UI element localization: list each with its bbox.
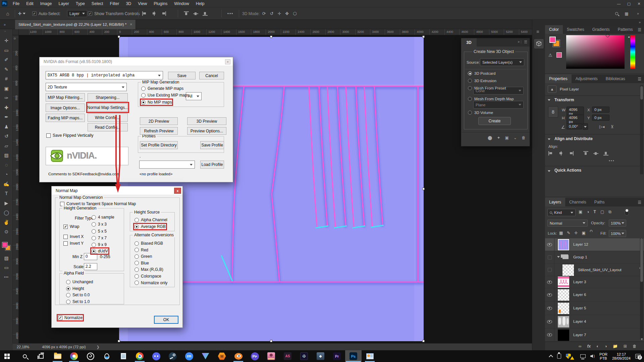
layer-visibility-eye-icon[interactable] <box>545 328 554 341</box>
anime-app-icon[interactable] <box>263 350 279 362</box>
ok-button[interactable]: OK <box>154 316 178 324</box>
tab-channels[interactable]: Channels <box>565 198 590 206</box>
rainmeter-icon[interactable] <box>99 350 115 362</box>
color-picker-ring[interactable] <box>606 34 609 37</box>
layer-name[interactable]: Layer 7 <box>573 333 586 337</box>
layer-thumbnail[interactable] <box>558 277 569 288</box>
alternate-radio-colorspace[interactable]: Colorspace <box>135 274 161 279</box>
align-right-icon[interactable] <box>161 11 166 16</box>
lasso-tool[interactable]: ✐ <box>0 55 13 64</box>
alternate-radio-max--r-g-b-[interactable]: Max (R,G,B) <box>135 267 163 272</box>
tab-patterns[interactable]: Patterns <box>614 25 637 34</box>
layer-thumbnail[interactable] <box>558 329 569 341</box>
layer-thumbnail[interactable] <box>558 239 569 250</box>
transform-handle[interactable] <box>422 188 425 190</box>
tab-adjustments[interactable]: Adjustments <box>572 74 602 83</box>
profile-dropdown[interactable] <box>139 161 195 169</box>
menu-view[interactable]: View <box>135 0 150 7</box>
layer-name[interactable]: Layer 3 <box>573 280 586 284</box>
lock-transparency-icon[interactable]: ▦ <box>559 231 563 235</box>
layer-thumbnail[interactable] <box>558 289 569 301</box>
alpha-field-radio-set-to-1-0[interactable]: Set to 1.0 <box>66 299 90 304</box>
brush-tool[interactable]: ✒ <box>0 113 13 121</box>
panel-menu-icon[interactable]: ☰ <box>638 27 641 32</box>
layers-scrollbar[interactable] <box>640 238 643 339</box>
3d-option-mesh-from-depth-map[interactable]: Mesh From Depth Map <box>468 97 514 101</box>
hex-app-icon[interactable]: M <box>214 350 230 362</box>
scale-field[interactable]: 2.2 <box>84 263 97 270</box>
create-3d-button[interactable]: Create <box>478 117 511 125</box>
document-tab[interactable]: Stilized_Skirt_main_texture.psd @ 22,2% … <box>15 20 136 29</box>
menu-help[interactable]: Help <box>193 0 208 7</box>
align-center-h-icon[interactable] <box>152 11 157 16</box>
filter-type-layers-icon[interactable]: T <box>594 209 596 214</box>
powerpoint-icon[interactable] <box>362 350 378 362</box>
link-layers-icon[interactable]: ∞ <box>579 344 582 349</box>
hue-strip[interactable] <box>630 35 635 69</box>
filter-adjustment-layers-icon[interactable]: ◑ <box>587 209 589 214</box>
layer-row[interactable]: Stilized_Skirt_UV_Layout <box>545 264 644 276</box>
mip-radio-generate-mip-maps[interactable]: Generate MIP maps <box>141 86 183 91</box>
quick-mask-icon[interactable]: ▧ <box>0 254 13 262</box>
tab-paths[interactable]: Paths <box>590 198 609 206</box>
crop-tool[interactable]: # <box>0 74 13 83</box>
layer-row[interactable]: Layer 5 <box>545 302 644 315</box>
status-chevron-icon[interactable]: ❯ <box>97 345 100 349</box>
slide-3d-icon[interactable]: ✥ <box>285 11 289 16</box>
photoshop-icon[interactable]: Ps <box>345 350 362 362</box>
shape-tool[interactable]: ◯ <box>0 208 13 217</box>
toolbar-more-icon[interactable]: ••• <box>0 273 13 281</box>
alpha-field-radio-set-to-0-0[interactable]: Set to 0.0 <box>66 293 90 297</box>
dialog-close-icon[interactable]: ✕ <box>225 59 230 64</box>
delete-layer-icon[interactable]: 🗑 <box>633 344 637 349</box>
transform-section-header[interactable]: Transform <box>554 98 574 102</box>
align-middle-v-icon[interactable] <box>593 151 598 156</box>
3d-scene-icon[interactable]: ⬤ <box>488 135 492 140</box>
eyedropper-tool[interactable]: ✑ <box>0 94 13 102</box>
align-middle-v-icon[interactable] <box>193 11 198 16</box>
align-more-icon[interactable]: ••• <box>609 159 615 163</box>
flip-horizontal-icon[interactable]: ▷◂ <box>599 124 604 129</box>
save-profile-button[interactable]: Save Profile <box>200 141 224 149</box>
tangent-space-checkbox[interactable]: Convert to Tangent Space Normal Map <box>60 201 136 206</box>
layer-name[interactable]: Layer 5 <box>573 306 586 310</box>
layer-name[interactable]: Layer 6 <box>573 293 586 297</box>
layer-mask-icon[interactable]: ◐ <box>596 344 599 349</box>
hue-slider-arrow[interactable]: ◂ <box>628 35 630 38</box>
layer-visibility-eye-icon[interactable] <box>545 315 554 328</box>
set-profile-directory-button[interactable]: Set Profile Directory <box>140 141 178 149</box>
notification-center-icon[interactable]: 2 <box>635 354 641 359</box>
nv-button-image-options---[interactable]: Image Options... <box>46 104 85 112</box>
layer-visibility-eye-icon[interactable] <box>545 238 554 251</box>
tab-color[interactable]: Color <box>545 25 563 34</box>
nv-button-fading-mip-maps---[interactable]: Fading MIP maps... <box>46 114 85 122</box>
align-center-h-icon[interactable] <box>558 151 564 156</box>
minz-field[interactable]: 0 <box>84 253 97 260</box>
gamut-swatch[interactable] <box>556 52 562 58</box>
layer-row[interactable]: Layer 7 <box>545 328 644 342</box>
network-icon[interactable] <box>580 354 586 358</box>
nv-button-normal-map-settings---[interactable]: Normal Map Settings... <box>88 103 128 112</box>
lock-paint-icon[interactable]: ✎ <box>567 231 570 235</box>
filter-radio-7-x-7[interactable]: 7 x 7 <box>92 236 107 240</box>
filter-radio-9-x-9[interactable]: 9 x 9 <box>92 242 107 247</box>
alternate-radio-blue[interactable]: Blue <box>135 261 149 265</box>
align-section-header[interactable]: Align and Distribute <box>554 136 593 141</box>
layers-scroll-down-icon[interactable]: ▼ <box>640 338 643 341</box>
transform-handle[interactable] <box>270 340 272 342</box>
lock-artboard-icon[interactable]: ▣ <box>582 231 585 235</box>
filter-radio-3-x-3[interactable]: 3 x 3 <box>92 222 107 227</box>
layer-thumbnail[interactable] <box>558 303 569 314</box>
new-layer-icon[interactable]: ⊞ <box>624 344 627 349</box>
layer-row[interactable]: Layer 3 <box>545 276 644 288</box>
foreground-color-swatch[interactable] <box>2 242 7 247</box>
align-left-icon[interactable] <box>142 11 147 16</box>
flip-vertical-icon[interactable]: ⊻ <box>611 124 614 129</box>
rotation-field[interactable]: 0,00° <box>567 123 582 129</box>
layer-name[interactable]: Group 1 <box>573 255 587 259</box>
dodge-tool[interactable]: ◔ <box>0 170 13 179</box>
premiere-icon[interactable]: Pr <box>329 350 345 362</box>
discord-icon[interactable] <box>148 350 164 362</box>
home-icon[interactable]: ⌂ <box>3 7 12 20</box>
menu-type[interactable]: Type <box>72 0 88 7</box>
